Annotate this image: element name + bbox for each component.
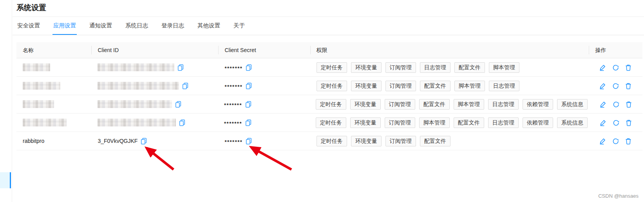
table-row: rabbitpro3_F0VkvQGJKF ******* 定时任务环境变量订阅… [16,132,642,150]
copy-icon [141,138,147,144]
permission-tag: 环境变量 [350,99,381,110]
copy-icon [245,119,251,126]
sidebar-selected-item[interactable] [0,172,11,188]
edit-button[interactable] [599,83,606,89]
client-id-value: 3_F0VkvQGJKF [98,138,137,144]
client-secret-masked: ******* [224,139,242,145]
copy-client-id-button[interactable] [175,101,181,108]
sync-icon [612,83,619,89]
page-title: 系统设置 [13,0,644,17]
client-secret-cell: ******* [218,138,310,144]
permission-tag: 依赖管理 [523,99,553,110]
copy-client-secret-button[interactable] [246,64,252,71]
permission-tag: 环境变量 [351,81,382,91]
permission-tag: 定时任务 [317,136,347,146]
copy-client-id-button[interactable] [177,64,184,71]
edit-button[interactable] [600,101,606,108]
permission-tag: 环境变量 [351,62,382,73]
copy-client-secret-button[interactable] [245,119,251,126]
tab-notification[interactable]: 通知设置 [89,17,113,35]
settings-tabs: 安全设置应用设置通知设置系统日志登录日志其他设置关于 [13,17,644,35]
edit-icon [599,83,606,89]
permission-tag: 配置文件 [420,136,450,146]
copy-client-id-button[interactable] [182,83,188,89]
permissions-cell: 定时任务环境变量订阅管理日志管理配置文件脚本管理 [310,62,589,73]
tab-security[interactable]: 安全设置 [16,17,41,35]
settings-page: 系统设置 安全设置应用设置通知设置系统日志登录日志其他设置关于 名称Client… [13,0,644,150]
sync-button[interactable] [612,138,619,144]
tab-about[interactable]: 关于 [233,17,246,35]
permission-tag: 订阅管理 [385,81,416,91]
actions-cell [589,83,642,89]
edit-button[interactable] [600,119,606,126]
delete-button[interactable] [625,138,631,144]
copy-icon [175,101,181,108]
permission-tag: 环境变量 [351,136,382,146]
delete-button[interactable] [626,101,632,108]
redacted-name [23,63,50,71]
copy-client-secret-button[interactable] [246,138,252,144]
name-cell [16,100,91,108]
tab-other[interactable]: 其他设置 [197,17,221,35]
sync-button[interactable] [612,83,619,89]
tab-login-log[interactable]: 登录日志 [161,17,185,35]
sync-icon [613,101,619,108]
client-id-cell: 3_F0VkvQGJKF [91,138,218,144]
copy-icon [246,138,252,144]
table-row: ******* 定时任务环境变量订阅管理配置文件脚本管理日志管理 [16,77,642,95]
permission-tag: 配置文件 [454,62,485,73]
actions-cell [589,119,642,126]
delete-button[interactable] [625,83,631,89]
actions-cell [589,64,642,71]
client-secret-masked: ******* [224,121,242,126]
edit-icon [599,64,606,71]
redacted-name [23,119,67,126]
copy-client-id-button[interactable] [179,119,185,126]
permission-tag: 脚本管理 [454,99,484,110]
column-header-client-secret: Client Secret [218,42,310,58]
delete-icon [625,83,631,89]
copy-client-id-button[interactable] [141,138,147,144]
permission-tag: 配置文件 [419,99,450,110]
sync-button[interactable] [613,101,619,108]
copy-client-secret-button[interactable] [246,83,252,89]
permission-tag: 依赖管理 [523,117,553,128]
sync-button[interactable] [612,64,619,71]
sync-icon [612,64,619,71]
permission-tag: 定时任务 [317,81,347,91]
table-row: ******* 定时任务环境变量订阅管理脚本管理配置文件日志管理依赖管理系统信息 [16,114,642,132]
edit-button[interactable] [599,138,606,144]
permissions-cell: 定时任务环境变量订阅管理脚本管理配置文件日志管理依赖管理系统信息 [309,117,589,128]
app-root: 系统设置 安全设置应用设置通知设置系统日志登录日志其他设置关于 名称Client… [0,0,644,202]
copy-icon [182,83,188,89]
column-header-permissions: 权限 [310,42,589,58]
edit-button[interactable] [599,64,606,71]
delete-button[interactable] [626,119,632,126]
copy-icon [246,83,252,89]
permission-tag: 订阅管理 [385,136,416,146]
sync-button[interactable] [613,119,619,126]
redacted-client-id [98,100,172,108]
tab-system-log[interactable]: 系统日志 [125,17,149,35]
permissions-cell: 定时任务环境变量订阅管理配置文件脚本管理日志管理依赖管理系统信息 [309,99,589,110]
edit-icon [600,101,606,108]
edit-icon [600,119,606,126]
permissions-cell: 定时任务环境变量订阅管理配置文件脚本管理日志管理 [310,81,589,91]
sync-icon [613,119,619,126]
column-header-actions: 操作 [589,42,642,58]
sync-icon [612,138,619,144]
client-id-cell [91,119,218,126]
client-secret-cell: ******* [218,83,310,89]
table-header: 名称Client IDClient Secret权限操作 [16,42,642,58]
table-body: ******* 定时任务环境变量订阅管理日志管理配置文件脚本管理 *******… [16,58,642,150]
copy-client-secret-button[interactable] [245,101,251,108]
permission-tag: 脚本管理 [419,117,450,128]
permission-tag: 配置文件 [454,117,484,128]
redacted-client-id [98,63,174,71]
permission-tag: 日志管理 [488,117,519,128]
tab-application[interactable]: 应用设置 [52,17,77,35]
delete-button[interactable] [625,64,631,71]
redacted-client-id [98,119,176,126]
actions-cell [589,101,642,108]
delete-icon [625,138,631,144]
